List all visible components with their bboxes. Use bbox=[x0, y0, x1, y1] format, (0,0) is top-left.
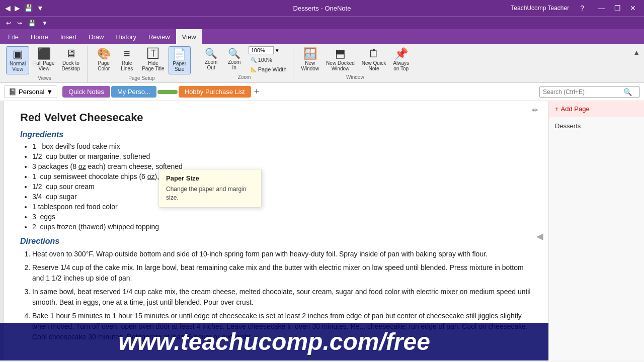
user-name: TeachUcomp Teacher bbox=[511, 5, 569, 12]
page-width-btn[interactable]: 📐 Page Width bbox=[249, 65, 289, 73]
search-input[interactable] bbox=[543, 88, 623, 96]
zoom-out-label: ZoomOut bbox=[205, 59, 218, 70]
zoom-100-btn[interactable]: 🔍 100% bbox=[249, 56, 289, 64]
ingredient-9: 2 cups frozen (thawed) whipped topping bbox=[32, 223, 533, 231]
new-quick-note-label: New QuickNote bbox=[362, 60, 386, 71]
rule-lines-btn[interactable]: ≡ RuleLines bbox=[116, 46, 138, 73]
hide-page-title-btn[interactable]: 🅃 HidePage Title bbox=[139, 46, 167, 73]
full-page-icon: ⬛ bbox=[37, 48, 51, 59]
directions-label: Directions bbox=[20, 237, 533, 246]
new-docked-label: New DockedWindow bbox=[326, 60, 355, 71]
menu-bar: File Home Insert Draw History Review Vie… bbox=[0, 29, 644, 44]
new-window-icon: 🪟 bbox=[303, 48, 317, 59]
menu-history[interactable]: History bbox=[110, 29, 142, 44]
fold-icon[interactable]: ◀ bbox=[536, 231, 543, 242]
normal-view-btn[interactable]: ▣ NormalView bbox=[6, 46, 29, 74]
watermark: www.teachucomp.com/free bbox=[0, 323, 548, 360]
restore-btn[interactable]: ❐ bbox=[611, 4, 624, 12]
tab-hobby-purchase[interactable]: Hobby Purchase List bbox=[179, 86, 251, 98]
zoom-dropdown-1[interactable]: ▼ bbox=[275, 48, 280, 53]
new-quick-note-icon: 🗒 bbox=[368, 48, 379, 59]
qa-back[interactable]: ↩ bbox=[4, 19, 13, 28]
ingredient-7: 1 tablespoon red food color bbox=[32, 203, 533, 211]
tooltip-description: Change the paper and margin size. bbox=[166, 185, 254, 202]
menu-review[interactable]: Review bbox=[142, 29, 176, 44]
window-buttons: 🪟 NewWindow ⬒ New DockedWindow 🗒 New Qui… bbox=[298, 46, 413, 73]
new-window-label: NewWindow bbox=[301, 60, 319, 71]
page-color-btn[interactable]: 🎨 PageColor bbox=[93, 46, 115, 73]
zoom-in-btn[interactable]: 🔍 ZoomIn bbox=[223, 46, 246, 72]
normal-view-label: NormalView bbox=[10, 61, 26, 72]
zoom-buttons: 🔍 ZoomOut 🔍 ZoomIn ▼ 🔍 100% bbox=[200, 46, 289, 73]
ingredients-list: 1 box devil's food cake mix 1/2 cup butt… bbox=[20, 142, 533, 231]
tooltip-popup: Paper Size Change the paper and margin s… bbox=[158, 169, 262, 208]
menu-file[interactable]: File bbox=[2, 29, 25, 44]
right-panel: + Add Page Desserts bbox=[548, 101, 644, 360]
zoom-input-1[interactable] bbox=[249, 46, 274, 54]
direction-2: Reserve 1/4 cup of the cake mix. In larg… bbox=[32, 262, 533, 284]
page-setup-label: Page Setup bbox=[128, 74, 154, 82]
add-page-icon: + bbox=[555, 105, 559, 113]
page-list-item-desserts[interactable]: Desserts bbox=[549, 117, 644, 135]
notebook-bar: 📓 Personal ▼ Quick Notes My Perso... Hob… bbox=[0, 83, 644, 101]
hide-title-label: HidePage Title bbox=[142, 60, 164, 71]
search-icon[interactable]: 🔍 bbox=[623, 88, 632, 96]
main-layout: ✏ ◀ Red Velvet Cheesecake Ingredients 1 … bbox=[0, 101, 644, 360]
menu-draw[interactable]: Draw bbox=[83, 29, 110, 44]
qa-save[interactable]: 💾 bbox=[26, 19, 38, 28]
new-window-btn[interactable]: 🪟 NewWindow bbox=[298, 46, 323, 73]
paper-size-btn[interactable]: 📄 PaperSize bbox=[169, 46, 191, 74]
always-on-top-btn[interactable]: 📌 Alwayson Top bbox=[390, 46, 412, 73]
qa-forward[interactable]: ↪ bbox=[15, 19, 24, 28]
back-btn[interactable]: ◀ bbox=[5, 4, 11, 12]
new-quick-note-btn[interactable]: 🗒 New QuickNote bbox=[359, 46, 389, 73]
app-title: Desserts - OneNote bbox=[293, 5, 351, 12]
direction-3: In same bowl, beat reserved 1/4 cup cake… bbox=[32, 287, 533, 308]
ribbon-collapse-btn[interactable]: ▲ bbox=[633, 48, 640, 56]
zoom-out-btn[interactable]: 🔍 ZoomOut bbox=[200, 46, 222, 72]
paper-size-label: PaperSize bbox=[173, 61, 186, 72]
tab-unknown[interactable] bbox=[157, 90, 178, 94]
page-width-label: Page Width bbox=[258, 66, 287, 72]
ribbon-group-window: 🪟 NewWindow ⬒ New DockedWindow 🗒 New Qui… bbox=[294, 46, 417, 82]
dropdown-btn[interactable]: ▼ bbox=[37, 4, 44, 12]
zoom-in-icon: 🔍 bbox=[228, 48, 240, 58]
ribbon-group-page-setup: 🎨 PageColor ≡ RuleLines 🅃 HidePage Title… bbox=[89, 46, 195, 82]
full-page-view-btn[interactable]: ⬛ Full PageView bbox=[30, 46, 57, 73]
new-docked-window-btn[interactable]: ⬒ New DockedWindow bbox=[323, 46, 358, 73]
full-page-label: Full PageView bbox=[33, 60, 54, 71]
dock-to-desktop-btn[interactable]: 🖥 Dock toDesktop bbox=[58, 46, 83, 73]
add-page-btn[interactable]: + Add Page bbox=[549, 101, 644, 117]
zoom-group-label: Zoom bbox=[238, 73, 251, 81]
add-tab-btn[interactable]: + bbox=[252, 86, 262, 97]
close-btn[interactable]: ✕ bbox=[627, 4, 639, 12]
page-tabs: Quick Notes My Perso... Hobby Purchase L… bbox=[58, 86, 538, 98]
zoom-row-1: ▼ bbox=[249, 46, 289, 54]
ingredients-label: Ingredients bbox=[20, 130, 533, 139]
qa-dropdown[interactable]: ▼ bbox=[40, 19, 50, 28]
edit-icon[interactable]: ✏ bbox=[532, 106, 538, 114]
menu-view[interactable]: View bbox=[176, 29, 202, 44]
add-page-label: Add Page bbox=[561, 105, 590, 113]
tab-my-personal[interactable]: My Perso... bbox=[111, 86, 156, 98]
menu-insert[interactable]: Insert bbox=[54, 29, 83, 44]
page-content: Red Velvet Cheesecake Ingredients 1 box … bbox=[0, 101, 548, 360]
tab-quick-notes[interactable]: Quick Notes bbox=[62, 86, 110, 98]
title-bar: ◀ ▶ 💾 ▼ Desserts - OneNote TeachUcomp Te… bbox=[0, 0, 644, 16]
menu-home[interactable]: Home bbox=[25, 29, 54, 44]
help-btn[interactable]: ? bbox=[577, 4, 587, 12]
page-color-label: PageColor bbox=[98, 60, 110, 71]
notebook-selector[interactable]: 📓 Personal ▼ bbox=[4, 85, 57, 98]
tab-quick-notes-label: Quick Notes bbox=[68, 88, 104, 96]
new-docked-icon: ⬒ bbox=[335, 48, 346, 59]
rule-lines-icon: ≡ bbox=[124, 48, 130, 59]
content-area: ✏ ◀ Red Velvet Cheesecake Ingredients 1 … bbox=[0, 101, 548, 360]
title-bar-left: ◀ ▶ 💾 ▼ bbox=[5, 4, 44, 12]
always-on-top-label: Alwayson Top bbox=[393, 60, 409, 71]
ingredient-6: 3/4 cup sugar bbox=[32, 193, 533, 201]
forward-btn[interactable]: ▶ bbox=[15, 4, 20, 12]
save-btn[interactable]: 💾 bbox=[24, 4, 33, 12]
page-setup-buttons: 🎨 PageColor ≡ RuleLines 🅃 HidePage Title… bbox=[93, 46, 190, 74]
minimize-btn[interactable]: — bbox=[595, 4, 608, 12]
ingredient-3: 3 packages (8 oz each) cream cheese, sof… bbox=[32, 162, 533, 170]
